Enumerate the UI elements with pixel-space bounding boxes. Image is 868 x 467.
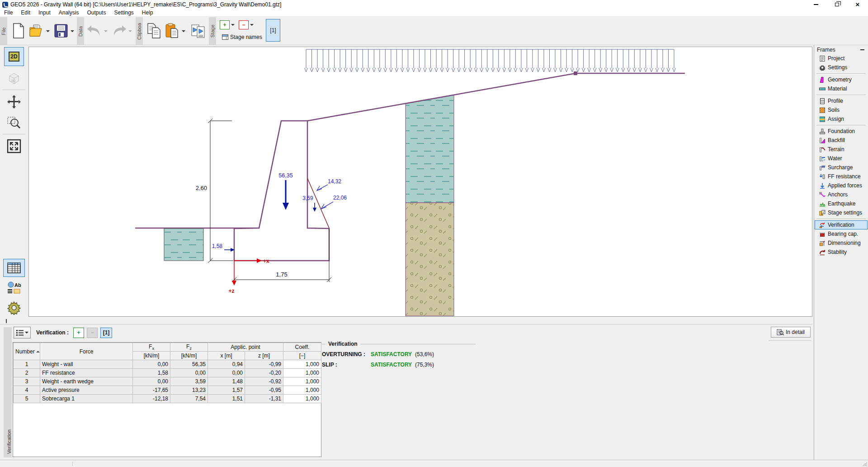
- frame-item-surcharge[interactable]: Surcharge: [815, 163, 868, 172]
- stage-1-button[interactable]: [1]: [266, 19, 280, 42]
- add-stage-label: +: [223, 22, 226, 28]
- frame-item-dimensioning[interactable]: Dimensioning: [815, 238, 868, 248]
- table-view-button[interactable]: [3, 259, 25, 277]
- panel-splitter-handle[interactable]: [6, 319, 7, 323]
- frame-item-earthquake[interactable]: Earthquake: [815, 199, 868, 208]
- frames-separator: [816, 125, 866, 125]
- frame-item-applied-forces[interactable]: Applied forces: [815, 181, 868, 190]
- frame-item-soils[interactable]: Soils: [815, 105, 868, 114]
- frame-item-backfill[interactable]: Backfill: [815, 136, 868, 145]
- restore-icon: [835, 3, 839, 6]
- cell-fz: 3,59: [170, 377, 208, 386]
- cell-fx: -12,18: [133, 395, 170, 403]
- frame-item-anchors[interactable]: Anchors: [815, 190, 868, 199]
- stage-names-button[interactable]: Stage names: [220, 33, 264, 42]
- remove-stage-button[interactable]: −: [239, 20, 249, 29]
- col-applic-point: Applic. point: [208, 343, 283, 352]
- menu-item-help[interactable]: Help: [138, 9, 157, 16]
- soil-profile-column: [406, 95, 454, 316]
- fit-to-screen-button[interactable]: [4, 137, 24, 156]
- save-dropdown[interactable]: [70, 28, 75, 34]
- frame-item-settings[interactable]: Settings: [815, 63, 868, 72]
- frame-item-project[interactable]: Project: [815, 54, 868, 63]
- force-row-5[interactable]: 5Sobrecarga 1-12,187,541,51-1,311,000: [14, 395, 321, 403]
- col-fz-unit: [kN/m]: [170, 352, 208, 360]
- cell-force: Weight - wall: [40, 360, 133, 369]
- copy-button[interactable]: [146, 20, 163, 42]
- force-row-4[interactable]: 4Active pressure-17,6513,231,57-0,951,00…: [14, 386, 321, 395]
- drawing-settings-button[interactable]: Ab: [3, 279, 25, 297]
- resize-grip[interactable]: [863, 462, 867, 466]
- cell-coeff[interactable]: 1,000: [283, 395, 321, 403]
- col-coeff: Coeff.: [283, 343, 321, 352]
- cell-coeff[interactable]: 1,000: [283, 386, 321, 395]
- menu-item-analysis[interactable]: Analysis: [55, 9, 83, 16]
- frame-item-ff-resistance[interactable]: FF resistance: [815, 172, 868, 181]
- frame-item-profile[interactable]: Profile: [815, 96, 868, 105]
- frame-item-geometry[interactable]: Geometry: [815, 75, 868, 84]
- open-file-button[interactable]: [28, 20, 45, 42]
- cell-coeff[interactable]: 1,000: [283, 377, 321, 386]
- menu-item-outputs[interactable]: Outputs: [83, 9, 110, 16]
- overturning-status: SATISFACTORY: [371, 351, 410, 357]
- cell-force: Sobrecarga 1: [40, 395, 133, 403]
- close-button[interactable]: ×: [847, 0, 868, 9]
- new-file-button[interactable]: [10, 20, 27, 42]
- frame-item-bearing-cap[interactable]: Bearing cap.: [815, 229, 868, 238]
- verification-stage-button[interactable]: [1]: [100, 328, 112, 338]
- cell-number: 4: [14, 386, 40, 395]
- col-x: x [m]: [208, 352, 245, 360]
- ff-resistance-icon: [819, 174, 826, 180]
- menu-item-settings[interactable]: Settings: [110, 9, 137, 16]
- remove-verification-button[interactable]: −: [87, 328, 98, 338]
- cell-fz: 7,54: [170, 395, 208, 403]
- drawing-canvas[interactable]: 2,60 1,75 56,35 3,59 14,32 22,06 1,58: [28, 47, 812, 317]
- slip-status: SATISFACTORY: [371, 362, 410, 368]
- frame-item-verification[interactable]: Verification: [815, 220, 868, 229]
- save-button[interactable]: [52, 20, 70, 42]
- restore-button[interactable]: [826, 0, 847, 9]
- menu-item-input[interactable]: Input: [34, 9, 55, 16]
- frame-item-terrain[interactable]: Terrain: [815, 145, 868, 154]
- paste-button[interactable]: [164, 20, 181, 42]
- forces-table-header[interactable]: Number Force Fx Fz Applic. point Coeff. …: [14, 343, 321, 360]
- menu-item-edit[interactable]: Edit: [17, 9, 34, 16]
- add-stage-button[interactable]: +: [220, 20, 230, 29]
- view-3d-icon: 3D: [7, 72, 21, 85]
- cell-coeff[interactable]: 1,000: [283, 369, 321, 377]
- undo-dropdown[interactable]: [103, 28, 108, 34]
- add-stage-dropdown[interactable]: [230, 22, 236, 28]
- frame-item-material[interactable]: Material: [815, 84, 868, 93]
- force-row-2[interactable]: 2FF resistance1,580,000,00-0,201,000: [14, 369, 321, 377]
- in-detail-button[interactable]: In detail: [771, 327, 811, 338]
- add-verification-button[interactable]: +: [73, 328, 84, 338]
- open-dropdown[interactable]: [45, 28, 51, 34]
- minimize-button[interactable]: [806, 0, 826, 9]
- frame-item-stability[interactable]: Stability: [815, 248, 868, 257]
- frames-minimize-icon[interactable]: [860, 49, 864, 50]
- pan-button[interactable]: [4, 92, 24, 111]
- zoom-window-button[interactable]: [4, 113, 24, 132]
- paste-dropdown[interactable]: [181, 28, 186, 34]
- redo-button[interactable]: [110, 20, 127, 42]
- view-2d-button[interactable]: 2D: [4, 47, 24, 66]
- frame-item-assign[interactable]: Assign: [815, 114, 868, 124]
- verification-frame-tab[interactable]: Verification: [4, 327, 12, 457]
- cell-force: Weight - earth wedge: [40, 377, 133, 386]
- remove-stage-dropdown[interactable]: [249, 22, 255, 28]
- view-3d-button[interactable]: 3D: [4, 69, 24, 88]
- force-row-3[interactable]: 3Weight - earth wedge0,003,591,48-0,921,…: [14, 377, 321, 386]
- frame-item-stage-settings[interactable]: 12Stage settings: [815, 208, 868, 217]
- frame-item-foundation[interactable]: Foundation: [815, 127, 868, 136]
- undo-button[interactable]: [86, 20, 103, 42]
- menu-item-file[interactable]: File: [0, 9, 17, 16]
- visualization-settings-button[interactable]: [3, 299, 25, 317]
- compare-views-button[interactable]: [190, 20, 207, 42]
- frame-list-button[interactable]: [14, 327, 31, 338]
- redo-dropdown[interactable]: [127, 28, 133, 34]
- force-row-1[interactable]: 1Weight - wall0,0056,350,94-0,991,000: [14, 360, 321, 369]
- cell-coeff[interactable]: 1,000: [283, 360, 321, 369]
- frame-item-water[interactable]: Water: [815, 154, 868, 163]
- close-icon: ×: [856, 2, 860, 7]
- water-table: [164, 229, 203, 261]
